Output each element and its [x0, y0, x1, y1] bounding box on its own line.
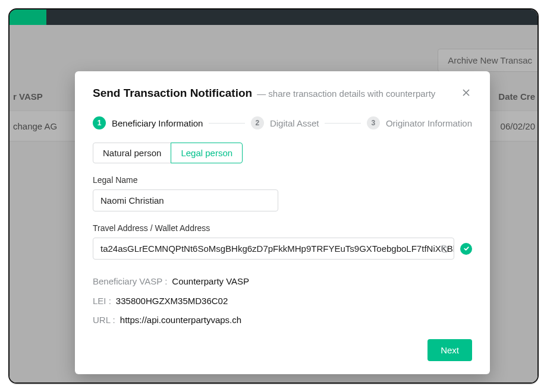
- wallet-address-label: Travel Address / Wallet Address: [93, 223, 472, 233]
- close-icon[interactable]: [460, 87, 472, 99]
- stepper: 1 Beneficiary Information 2 Digital Asse…: [93, 116, 472, 129]
- tab-natural-person[interactable]: Natural person: [93, 143, 171, 163]
- legal-name-input[interactable]: [93, 189, 278, 211]
- beneficiary-vasp-label: Beneficiary VASP :: [93, 275, 167, 289]
- step-label: Beneficiary Information: [112, 118, 203, 128]
- lei-label: LEI :: [93, 295, 111, 308]
- legal-name-label: Legal Name: [93, 175, 472, 185]
- beneficiary-vasp-value: Counterparty VASP: [172, 275, 249, 289]
- window-topbar: [10, 10, 537, 25]
- wallet-address-input[interactable]: ta24asGLrECMNQPtNt6SoMsgBHkg6zD7pFkkMHp9…: [93, 238, 454, 260]
- step-originator[interactable]: 3 Originator Information: [367, 116, 472, 129]
- copy-icon[interactable]: [440, 244, 449, 253]
- url-label: URL :: [93, 314, 115, 327]
- url-value: https://api.counterpartyvaps.ch: [120, 314, 241, 327]
- modal-title: Send Transaction Notification — share tr…: [93, 87, 435, 100]
- step-beneficiary[interactable]: 1 Beneficiary Information: [93, 116, 203, 129]
- step-connector: [325, 123, 360, 124]
- step-label: Digital Asset: [270, 118, 319, 128]
- person-type-segmented: Natural person Legal person: [93, 143, 472, 163]
- step-number: 2: [251, 116, 264, 129]
- modal-title-text: Send Transaction Notification: [93, 87, 252, 100]
- step-label: Originator Information: [386, 118, 472, 128]
- modal-subtitle: — share transaction details with counter…: [257, 88, 435, 99]
- app-window: Archive New Transac r VASP Date Cre chan…: [8, 8, 539, 384]
- address-valid-icon: [460, 243, 472, 255]
- step-digital-asset[interactable]: 2 Digital Asset: [251, 116, 319, 129]
- wallet-address-value: ta24asGLrECMNQPtNt6SoMsgBHkg6zD7pFkkMHp9…: [100, 244, 454, 254]
- step-connector: [209, 123, 244, 124]
- lei-value: 335800HGZXM35MD36C02: [116, 295, 228, 308]
- page-background: Archive New Transac r VASP Date Cre chan…: [10, 25, 537, 382]
- send-transaction-modal: Send Transaction Notification — share tr…: [75, 71, 490, 374]
- next-button[interactable]: Next: [427, 339, 472, 361]
- step-number: 3: [367, 116, 380, 129]
- beneficiary-info: Beneficiary VASP : Counterparty VASP LEI…: [93, 275, 472, 327]
- topbar-accent: [10, 10, 46, 25]
- tab-legal-person[interactable]: Legal person: [171, 143, 243, 163]
- svg-rect-0: [443, 247, 448, 252]
- step-number: 1: [93, 116, 106, 129]
